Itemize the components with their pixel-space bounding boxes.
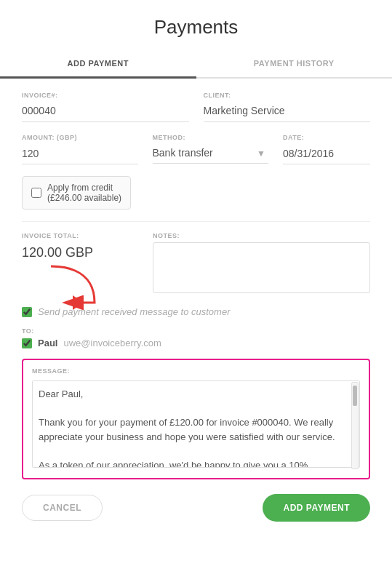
method-label: METHOD: xyxy=(153,134,269,141)
invoice-total-label: INVOICE TOTAL: xyxy=(22,232,138,239)
notes-group: NOTES: xyxy=(153,232,370,296)
message-textarea[interactable]: Dear Paul, Thank you for your payment of… xyxy=(32,380,360,468)
credit-label-text: Apply from credit (£246.00 available) xyxy=(47,183,121,203)
tab-payment-history[interactable]: PAYMENT HISTORY xyxy=(196,50,393,79)
tab-add-payment[interactable]: ADD PAYMENT xyxy=(0,50,196,79)
method-select-wrapper: Bank transfer Cash Credit card PayPal ▼ xyxy=(153,144,269,164)
message-label: MESSAGE: xyxy=(32,367,360,375)
to-checkbox[interactable] xyxy=(22,338,32,348)
message-textarea-wrapper: Dear Paul, Thank you for your payment of… xyxy=(32,380,360,471)
send-message-container: Send payment received message to custome… xyxy=(22,306,370,317)
amount-input[interactable] xyxy=(22,144,138,164)
method-select[interactable]: Bank transfer Cash Credit card PayPal xyxy=(153,144,269,163)
scrollbar[interactable] xyxy=(351,382,359,469)
form-body: INVOICE#: 000040 CLIENT: Marketing Servi… xyxy=(0,79,392,317)
invoice-label: INVOICE#: xyxy=(22,92,189,99)
invoice-client-row: INVOICE#: 000040 CLIENT: Marketing Servi… xyxy=(22,92,370,122)
notes-label: NOTES: xyxy=(153,232,370,239)
credit-checkbox-label[interactable]: Apply from credit (£246.00 available) xyxy=(22,176,131,210)
date-input[interactable] xyxy=(283,144,370,164)
message-wrapper: MESSAGE: Dear Paul, Thank you for your p… xyxy=(0,359,392,479)
to-email: uwe@invoiceberry.com xyxy=(63,338,161,348)
send-message-row: Send payment received message to custome… xyxy=(22,306,370,317)
scrollbar-thumb xyxy=(353,386,357,406)
invoice-total-value: 120.00 GBP xyxy=(22,242,138,260)
to-name: Paul xyxy=(38,338,57,348)
divider xyxy=(22,221,370,222)
client-value: Marketing Service xyxy=(204,102,371,122)
add-payment-button[interactable]: ADD PAYMENT xyxy=(263,494,370,522)
client-label: CLIENT: xyxy=(204,92,371,99)
amount-group: AMOUNT: (GBP) xyxy=(22,134,138,164)
tabs-bar: ADD PAYMENT PAYMENT HISTORY xyxy=(0,50,392,79)
date-label: DATE: xyxy=(283,134,370,141)
method-group: METHOD: Bank transfer Cash Credit card P… xyxy=(153,134,269,164)
client-group: CLIENT: Marketing Service xyxy=(204,92,371,122)
credit-row: Apply from credit (£246.00 available) xyxy=(22,176,370,210)
footer-buttons: CANCEL ADD PAYMENT xyxy=(0,494,392,539)
message-section: MESSAGE: Dear Paul, Thank you for your p… xyxy=(22,359,370,479)
amount-label: AMOUNT: (GBP) xyxy=(22,134,138,141)
invoice-value: 000040 xyxy=(22,102,189,122)
send-message-label: Send payment received message to custome… xyxy=(38,306,230,317)
date-group: DATE: xyxy=(283,134,370,164)
amount-method-date-row: AMOUNT: (GBP) METHOD: Bank transfer Cash… xyxy=(22,134,370,164)
page-title: Payments xyxy=(0,0,392,39)
to-label: TO: xyxy=(22,327,370,335)
to-row: Paul uwe@invoiceberry.com xyxy=(22,338,370,348)
invoice-group: INVOICE#: 000040 xyxy=(22,92,189,122)
to-section: TO: Paul uwe@invoiceberry.com xyxy=(0,327,392,348)
notes-textarea[interactable] xyxy=(153,242,370,293)
credit-checkbox[interactable] xyxy=(31,188,41,198)
cancel-button[interactable]: CANCEL xyxy=(22,495,103,521)
send-message-checkbox[interactable] xyxy=(22,307,32,317)
